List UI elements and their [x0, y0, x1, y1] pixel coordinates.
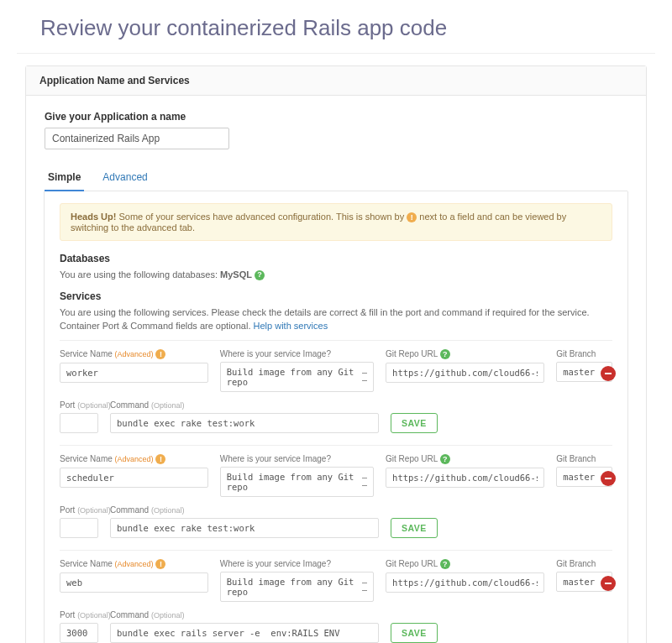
- ok-badge-icon: ?: [440, 349, 450, 359]
- image-source-label: Where is your service Image?: [220, 454, 374, 463]
- port-input[interactable]: [60, 413, 98, 433]
- ok-badge-icon: ?: [255, 270, 265, 280]
- save-button[interactable]: SAVE: [391, 413, 438, 433]
- db-value: MySQL: [220, 269, 252, 280]
- tab-pane-simple: Heads Up! Some of your services have adv…: [44, 191, 628, 643]
- heads-up-alert: Heads Up! Some of your services have adv…: [60, 203, 612, 241]
- db-text-prefix: You are using the following databases:: [60, 269, 220, 280]
- port-input[interactable]: [60, 518, 98, 538]
- service-name-input[interactable]: [60, 572, 208, 593]
- tabs: Simple Advanced: [45, 165, 627, 191]
- service-name-input[interactable]: [60, 468, 208, 488]
- image-source-select[interactable]: Build image from any Git repo: [220, 467, 374, 497]
- tab-simple[interactable]: Simple: [45, 165, 84, 191]
- tab-advanced[interactable]: Advanced: [99, 165, 150, 191]
- image-source-select[interactable]: Build image from any Git repo: [220, 362, 374, 392]
- databases-heading: Databases: [60, 253, 612, 264]
- remove-service-button[interactable]: [601, 366, 616, 381]
- image-source-label: Where is your service Image?: [220, 559, 374, 568]
- remove-service-button[interactable]: [601, 576, 616, 591]
- service-name-label: Service Name (Advanced) !: [60, 454, 208, 464]
- alert-text-1: Some of your services have advanced conf…: [116, 212, 407, 222]
- service-name-label: Service Name (Advanced) !: [60, 559, 208, 569]
- services-text: You are using the following services. Pl…: [60, 306, 612, 333]
- image-source-select[interactable]: Build image from any Git repo: [220, 572, 374, 602]
- service-row: Service Name (Advanced) ! Where is your …: [60, 340, 612, 445]
- git-repo-label: Git Repo URL ?: [386, 559, 544, 569]
- port-label: Port (Optional): [60, 505, 98, 515]
- git-branch-label: Git Branch: [556, 454, 612, 463]
- panel-header: Application Name and Services: [26, 66, 646, 96]
- port-label: Port (Optional): [60, 610, 98, 619]
- remove-service-button[interactable]: [601, 471, 616, 486]
- command-input[interactable]: [110, 413, 379, 433]
- git-repo-label: Git Repo URL ?: [386, 454, 544, 464]
- ok-badge-icon: ?: [440, 454, 450, 464]
- git-branch-label: Git Branch: [556, 559, 612, 568]
- save-button[interactable]: SAVE: [391, 623, 438, 643]
- warning-badge-icon: !: [155, 454, 165, 464]
- app-name-label: Give your Application a name: [45, 111, 627, 123]
- databases-text: You are using the following databases: M…: [60, 268, 612, 282]
- service-row: Service Name (Advanced) ! Where is your …: [60, 550, 612, 643]
- service-name-input[interactable]: [60, 363, 208, 383]
- warning-badge-icon: !: [407, 212, 417, 222]
- git-repo-label: Git Repo URL ?: [386, 349, 544, 359]
- services-heading: Services: [60, 290, 612, 302]
- warning-badge-icon: !: [155, 349, 165, 359]
- service-row: Service Name (Advanced) ! Where is your …: [60, 445, 612, 550]
- git-repo-input[interactable]: [386, 363, 544, 383]
- command-label: Command (Optional): [110, 610, 379, 619]
- alert-prefix: Heads Up!: [71, 212, 116, 222]
- save-button[interactable]: SAVE: [391, 518, 438, 538]
- command-input[interactable]: [110, 623, 379, 643]
- page-title: Review your containerized Rails app code: [17, 0, 655, 54]
- git-repo-input[interactable]: [386, 468, 544, 488]
- git-branch-label: Git Branch: [556, 349, 612, 358]
- warning-badge-icon: !: [155, 559, 165, 569]
- port-label: Port (Optional): [60, 400, 98, 410]
- app-name-input[interactable]: [45, 128, 229, 149]
- image-source-label: Where is your service Image?: [220, 349, 374, 358]
- service-name-label: Service Name (Advanced) !: [60, 349, 208, 359]
- command-input[interactable]: [110, 518, 379, 538]
- ok-badge-icon: ?: [440, 559, 450, 569]
- port-input[interactable]: [60, 623, 98, 643]
- command-label: Command (Optional): [110, 505, 379, 515]
- app-panel: Application Name and Services Give your …: [25, 65, 647, 643]
- command-label: Command (Optional): [110, 400, 379, 410]
- help-with-services-link[interactable]: Help with services: [254, 321, 328, 331]
- git-repo-input[interactable]: [386, 572, 544, 593]
